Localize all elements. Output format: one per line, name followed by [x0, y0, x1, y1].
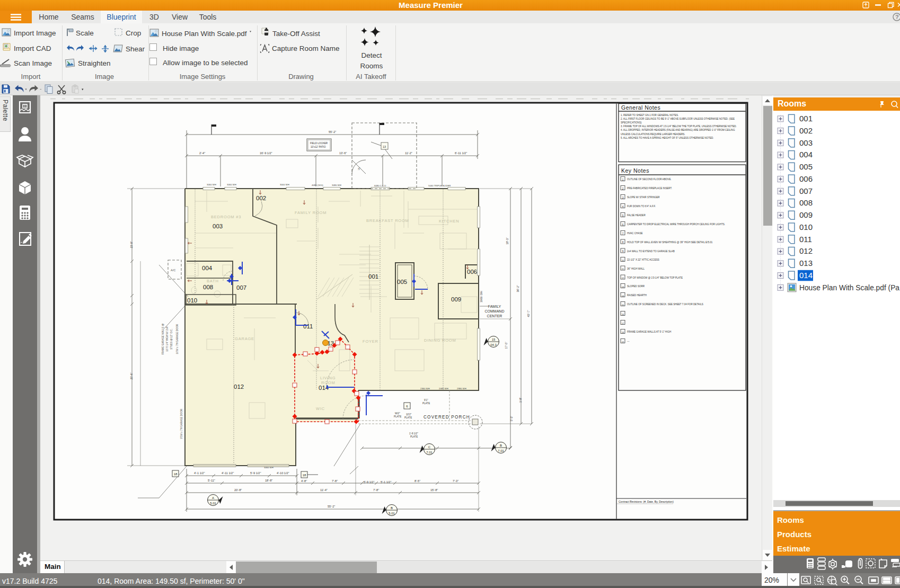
svg-text:1'-8": 1'-8"	[519, 397, 522, 403]
svg-text:007: 007	[236, 284, 246, 291]
svg-text:3060 S/H: 3060 S/H	[480, 291, 483, 302]
svg-text:005: 005	[397, 279, 407, 285]
svg-text:4'-10 1/2": 4'-10 1/2"	[277, 471, 289, 475]
svg-text:003: 003	[799, 138, 813, 147]
svg-text:15: 15	[622, 304, 624, 306]
svg-text:CARPENTER TO DROP ELECTRICAL W: CARPENTER TO DROP ELECTRICAL WIRE THROUG…	[627, 223, 725, 226]
svg-text:55'-2": 55'-2"	[328, 505, 335, 508]
svg-text:2x4 WALL TO EXTEND TO GARAGE S: 2x4 WALL TO EXTEND TO GARAGE SLAB	[627, 250, 675, 253]
svg-text:OUTLINE OF SECOND FLOOR ABOVE.: OUTLINE OF SECOND FLOOR ABOVE.	[627, 178, 672, 181]
svg-text:9'0W x 7'H GARAGE DOOR: 9'0W x 7'H GARAGE DOOR	[180, 408, 183, 439]
svg-text:1'-8 1/2": 1'-8 1/2"	[409, 432, 418, 435]
svg-text:012: 012	[799, 246, 813, 255]
svg-text:Key Notes: Key Notes	[621, 167, 649, 174]
svg-text:FAMILY ROOM: FAMILY ROOM	[295, 210, 327, 215]
svg-text:6'-11 1/2": 6'-11 1/2"	[455, 152, 467, 155]
svg-text:BREAKFAST ROOM: BREAKFAST ROOM	[366, 218, 409, 223]
svg-text:19: 19	[622, 341, 624, 343]
svg-text:013: 013	[799, 259, 813, 268]
svg-text:012: 012	[234, 384, 244, 390]
svg-text:KITCHEN: KITCHEN	[439, 219, 460, 224]
svg-text:008: 008	[799, 198, 813, 207]
svg-text:18: 18	[174, 473, 178, 476]
svg-text:55'-2": 55'-2"	[329, 130, 336, 133]
svg-text:FAMILY: FAMILY	[488, 305, 501, 308]
svg-text:BEDROOM #3: BEDROOM #3	[211, 215, 241, 219]
svg-text:20'-8": 20'-8"	[234, 488, 242, 492]
svg-text:18'-3": 18'-3"	[506, 237, 509, 244]
svg-text:006: 006	[799, 174, 813, 183]
svg-text:PLATE: PLATE	[394, 415, 401, 418]
svg-text:HVAC CHASE: HVAC CHASE	[627, 232, 643, 235]
svg-text:43'-7": 43'-7"	[527, 310, 530, 317]
svg-text:003: 003	[213, 223, 223, 229]
svg-text:B: B	[500, 444, 502, 447]
svg-text:5.01: 5.01	[210, 502, 216, 505]
svg-text:001: 001	[368, 273, 378, 280]
svg-text:TOP OF WINDOW @ 1'0-1/4" BELOW: TOP OF WINDOW @ 1'0-1/4" BELOW TOP PLATE	[627, 277, 683, 279]
svg-text:18: 18	[303, 474, 306, 477]
svg-text:3060 S/H: 3060 S/H	[207, 183, 216, 186]
svg-text:3. FRAME TOP OF ALL WINDOWS AT: 3. FRAME TOP OF ALL WINDOWS AT 1'0-1/4" …	[621, 125, 737, 128]
svg-text:36'-2": 36'-2"	[516, 285, 519, 292]
svg-text:C: C	[428, 446, 431, 449]
svg-text:10'2": 10'2"	[406, 413, 412, 416]
svg-text:002: 002	[799, 126, 813, 135]
svg-text:17'-5": 17'-5"	[505, 342, 508, 349]
svg-text:10: 10	[622, 259, 624, 262]
svg-text:2. ALL FIRST FLOOR CEILINGS TO: 2. ALL FIRST FLOOR CEILINGS TO BE 9'-1" …	[621, 118, 735, 120]
svg-text:16'W x 7'H GARAGE DOOR: 16'W x 7'H GARAGE DOOR	[176, 324, 179, 354]
svg-text:7'-3": 7'-3"	[453, 479, 458, 483]
svg-text:4: 4	[622, 206, 624, 208]
svg-text:002: 002	[256, 195, 266, 201]
svg-text:B: B	[391, 506, 393, 510]
svg-text:15'-8": 15'-8"	[430, 488, 438, 492]
svg-text:---: ---	[627, 340, 630, 343]
svg-text:001: 001	[799, 114, 813, 123]
svg-text:5'-1 1/2": 5'-1 1/2"	[381, 480, 391, 484]
svg-text:12: 12	[622, 277, 624, 279]
svg-text:18'-8": 18'-8"	[265, 479, 272, 482]
svg-text:W/2": W/2"	[395, 412, 400, 415]
svg-text:7.01: 7.01	[426, 451, 433, 454]
svg-text:011: 011	[303, 323, 313, 329]
svg-text:3060 S/H: 3060 S/H	[227, 183, 236, 186]
svg-text:FRAME GARAGE WALLS AT 5'-1" HI: FRAME GARAGE WALLS AT 5'-1" HIGH	[627, 331, 671, 333]
svg-text:FRAME GARAGE WALLS @: FRAME GARAGE WALLS @	[162, 323, 164, 354]
svg-text:2080 S/H: 2080 S/H	[439, 387, 448, 390]
svg-text:PLATE: PLATE	[422, 402, 430, 405]
svg-text:009: 009	[799, 210, 813, 219]
svg-text:DINING ROOM: DINING ROOM	[424, 338, 456, 343]
svg-text:2: 2	[622, 188, 624, 190]
svg-text:3: 3	[622, 197, 624, 199]
svg-text:7'-8": 7'-8"	[373, 488, 379, 492]
svg-text:04.3: 04.3	[490, 343, 497, 346]
svg-text:BATH: BATH	[207, 279, 219, 283]
svg-text:011: 011	[799, 235, 812, 244]
svg-text:PRE-FABRICATED FIREPLACE INSER: PRE-FABRICATED FIREPLACE INSERT.	[627, 187, 672, 190]
svg-text:16'-9 1/2": 16'-9 1/2"	[260, 152, 272, 155]
svg-text:4'-8": 4'-8"	[301, 479, 307, 483]
svg-text:5'-9 1/2": 5'-9 1/2"	[364, 480, 374, 484]
svg-text:PLATE: PLATE	[410, 435, 418, 438]
svg-text:COVERED PORCH: COVERED PORCH	[423, 415, 470, 420]
svg-text:15: 15	[492, 338, 496, 341]
svg-text:4'-1 1/2": 4'-1 1/2"	[194, 471, 205, 475]
svg-text:006: 006	[467, 269, 477, 275]
svg-text:5. ALL ARCHES TO HAVE A SPRING: 5. ALL ARCHES TO HAVE A SPRING HEIGHT OF…	[621, 137, 714, 139]
svg-text:9: 9	[622, 250, 624, 253]
svg-text:7.01: 7.01	[498, 449, 504, 452]
svg-text:009: 009	[451, 296, 461, 302]
svg-text:3080 S/H: 3080 S/H	[332, 184, 341, 186]
svg-text:25'-6": 25'-6"	[130, 372, 133, 379]
svg-text:2980 S/H: 2980 S/H	[457, 387, 466, 390]
svg-text:8'-5": 8'-5"	[414, 479, 420, 483]
svg-text:SLOPE W/ STAIR STRINGER: SLOPE W/ STAIR STRINGER	[627, 196, 660, 199]
svg-text:5.01: 5.01	[389, 512, 395, 515]
svg-text:5040 TRIPLE SLIDER: 5040 TRIPLE SLIDER	[428, 184, 451, 187]
svg-text:1: 1	[622, 179, 624, 181]
svg-text:General Notes: General Notes	[621, 104, 660, 111]
svg-text:18: 18	[622, 331, 624, 334]
svg-text:FOYER: FOYER	[363, 339, 378, 344]
svg-text:COMMAND: COMMAND	[485, 309, 505, 313]
